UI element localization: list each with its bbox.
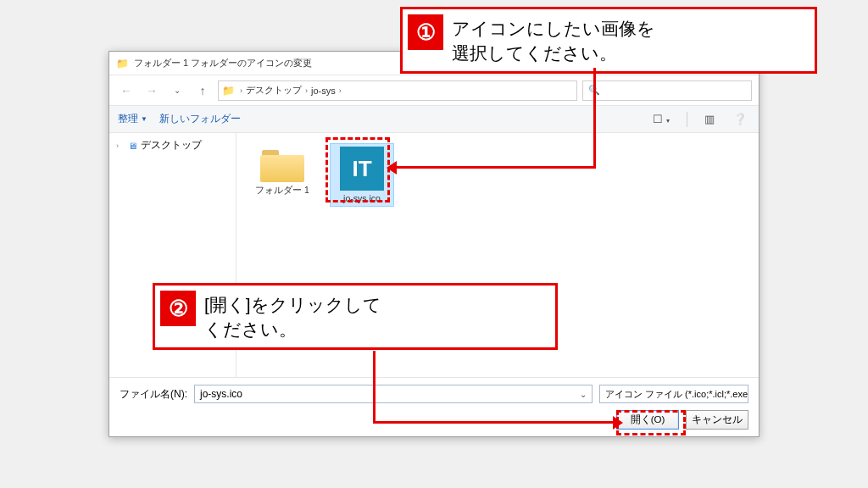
view-list-icon[interactable]: ☐ ▾ (649, 111, 673, 127)
organize-button[interactable]: 整理 ▼ (118, 112, 147, 126)
chevron-right-icon: › (238, 86, 244, 95)
open-button[interactable]: 開く(O) (616, 410, 679, 430)
chevron-right-icon: › (116, 141, 125, 150)
folder-icon (260, 147, 304, 182)
help-icon[interactable]: ❔ (730, 111, 750, 127)
view-details-icon[interactable]: ▥ (701, 111, 718, 127)
chevron-right-icon: › (337, 86, 343, 95)
search-input[interactable]: 🔍 (582, 80, 752, 101)
callout-text: アイコンにしたい画像を 選択してください。 (452, 14, 655, 66)
folder-icon: 📁 (116, 58, 129, 69)
folder-icon: 📁 (222, 85, 235, 97)
desktop-icon: 🖥 (128, 141, 137, 151)
chevron-down-icon: ⌄ (580, 390, 587, 399)
callout-1: ① アイコンにしたい画像を 選択してください。 (400, 7, 817, 74)
bottom-bar: ファイル名(N): jo-sys.ico ⌄ アイコン ファイル (*.ico;… (109, 377, 759, 436)
callout-2: ② [開く]をクリックして ください。 (153, 283, 558, 350)
cancel-button[interactable]: キャンセル (686, 410, 748, 430)
breadcrumb-seg[interactable]: デスクトップ (246, 84, 302, 97)
up-button[interactable]: ↑ (192, 80, 213, 101)
toolbar: 整理 ▼ 新しいフォルダー ☐ ▾ ▥ ❔ (109, 106, 759, 133)
file-label: フォルダー 1 (255, 185, 309, 197)
callout-number: ① (408, 14, 443, 50)
sidebar-item-desktop[interactable]: › 🖥 デスクトップ (109, 136, 236, 154)
recent-dropdown[interactable]: ⌄ (167, 80, 187, 101)
forward-button[interactable]: → (142, 80, 162, 101)
filename-label: ファイル名(N): (120, 387, 187, 402)
file-open-dialog: 📁 フォルダー 1 フォルダーのアイコンの変更 ← → ⌄ ↑ 📁 › デスクト… (108, 51, 760, 437)
nav-row: ← → ⌄ ↑ 📁 › デスクトップ › jo-sys › 🔍 (109, 75, 759, 106)
new-folder-button[interactable]: 新しいフォルダー (159, 112, 241, 126)
file-label: jo-sys.ico (343, 193, 381, 203)
filename-input[interactable]: jo-sys.ico ⌄ (194, 385, 593, 403)
breadcrumb[interactable]: 📁 › デスクトップ › jo-sys › (218, 80, 577, 101)
filename-value: jo-sys.ico (200, 388, 242, 400)
breadcrumb-seg[interactable]: jo-sys (311, 86, 336, 96)
callout-number: ② (160, 291, 196, 326)
it-logo-icon: IT (340, 147, 384, 191)
chevron-right-icon: › (303, 86, 309, 95)
file-item-folder[interactable]: フォルダー 1 (250, 143, 314, 200)
filetype-combo[interactable]: アイコン ファイル (*.ico;*.icl;*.exe;* ⌄ (599, 385, 748, 403)
back-button[interactable]: ← (116, 80, 136, 101)
search-icon: 🔍 (588, 85, 600, 96)
callout-text: [開く]をクリックして ください。 (204, 291, 381, 342)
file-item-ico[interactable]: IT jo-sys.ico (330, 143, 394, 207)
filetype-value: アイコン ファイル (*.ico;*.icl;*.exe;* (605, 388, 748, 401)
sidebar-item-label: デスクトップ (141, 139, 202, 152)
dialog-title: フォルダー 1 フォルダーのアイコンの変更 (134, 57, 312, 69)
chevron-down-icon: ▼ (141, 115, 147, 123)
